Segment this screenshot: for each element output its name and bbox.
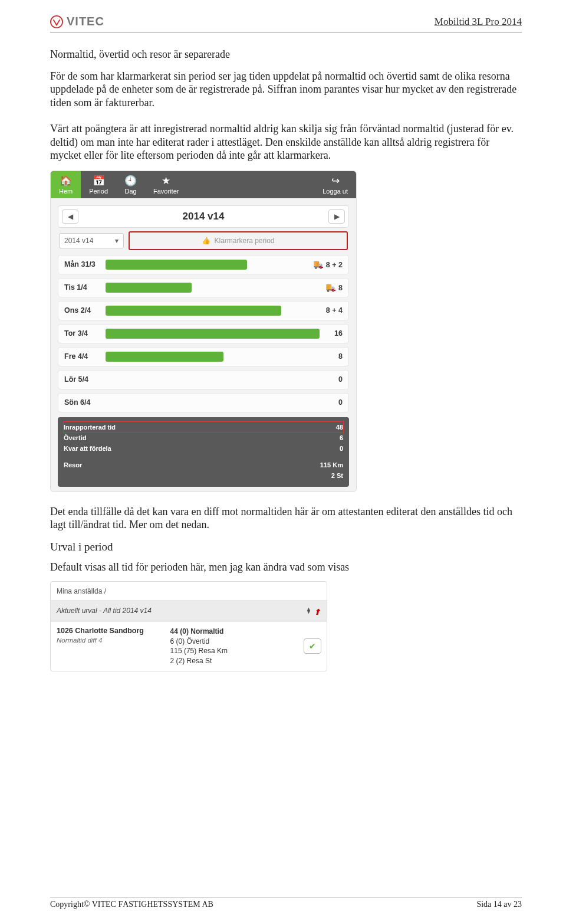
sort-caret-icon: ▲▼ bbox=[306, 608, 311, 614]
employee-stat-3: 115 (75) Resa Km bbox=[170, 646, 295, 656]
summary-resor-st: 2 St bbox=[331, 472, 343, 479]
day-label: Lör 5/4 bbox=[64, 375, 106, 384]
footer-page-number: Sida 14 av 23 bbox=[476, 900, 522, 909]
para-1: För de som har klarmarkerat sin period s… bbox=[50, 70, 522, 110]
star-icon: ★ bbox=[153, 176, 179, 186]
filter-dropdown[interactable]: Aktuellt urval - All tid 2014 v14 ▲▼ ⬆ bbox=[51, 601, 327, 621]
filter-label: Aktuellt urval - All tid 2014 v14 bbox=[57, 607, 152, 615]
day-row[interactable]: Mån 31/3🚚8 + 2 bbox=[58, 255, 349, 274]
summary-overtid-value: 6 bbox=[340, 434, 343, 441]
day-value: 0 bbox=[338, 375, 343, 384]
footer-copyright: Copyright© VITEC FASTIGHETSSYSTEM AB bbox=[50, 900, 213, 909]
page-header: VITEC Mobiltid 3L Pro 2014 bbox=[50, 15, 522, 32]
nav-fav[interactable]: ★ Favoriter bbox=[145, 171, 187, 198]
summary-kvar-value: 0 bbox=[340, 445, 343, 452]
nav-period-label: Period bbox=[89, 188, 108, 195]
brand-text: VITEC bbox=[67, 15, 104, 28]
day-label: Tis 1/4 bbox=[64, 283, 106, 291]
nav-fav-label: Favoriter bbox=[153, 188, 179, 195]
period-app: 🏠 Hem 📅 Period 🕘 Dag ★ Favoriter ↪ Logga… bbox=[50, 171, 357, 492]
summary-kvar-label: Kvar att fördela bbox=[64, 445, 111, 452]
day-label: Mån 31/3 bbox=[64, 260, 106, 268]
para-heading-1: Normaltid, övertid och resor är separera… bbox=[50, 48, 522, 61]
day-value: 16 bbox=[334, 329, 343, 338]
day-label: Tor 3/4 bbox=[64, 329, 106, 338]
thumbs-up-icon: 👍 bbox=[202, 237, 210, 245]
day-label: Sön 6/4 bbox=[64, 398, 106, 407]
nav-home[interactable]: 🏠 Hem bbox=[51, 171, 81, 198]
brand-logo: VITEC bbox=[50, 15, 104, 28]
employee-filter-panel: Mina anställda / Aktuellt urval - All ti… bbox=[50, 581, 327, 671]
day-label: Fre 4/4 bbox=[64, 352, 106, 361]
week-selector: ◀ 2014 v14 ▶ bbox=[58, 205, 349, 228]
employee-stat-1: 44 (0) Normaltid bbox=[170, 627, 224, 635]
week-prev-button[interactable]: ◀ bbox=[62, 209, 78, 224]
summary-inrapp-value: 48 bbox=[336, 424, 343, 431]
approve-button[interactable]: ✔ bbox=[304, 638, 321, 654]
logout-icon: ↪ bbox=[323, 176, 348, 186]
app-navbar: 🏠 Hem 📅 Period 🕘 Dag ★ Favoriter ↪ Logga… bbox=[51, 171, 356, 198]
week-title: 2014 v14 bbox=[183, 211, 225, 222]
truck-icon: 🚚 bbox=[314, 260, 324, 269]
summary-resor-label: Resor bbox=[64, 461, 82, 468]
calendar-icon: 📅 bbox=[89, 176, 108, 186]
period-summary: Inrapporterad tid 48 Övertid 6 Kvar att … bbox=[58, 417, 349, 487]
day-row[interactable]: Ons 2/48 + 4 bbox=[58, 301, 349, 320]
employee-row[interactable]: 1026 Charlotte Sandborg Normaltid diff 4… bbox=[51, 621, 327, 671]
nav-logout-label: Logga ut bbox=[323, 188, 348, 195]
day-row[interactable]: Sön 6/40 bbox=[58, 393, 349, 412]
summary-inrapp-label: Inrapporterad tid bbox=[64, 424, 116, 431]
day-label: Ons 2/4 bbox=[64, 306, 106, 314]
week-dropdown[interactable]: 2014 v14 ▾ bbox=[59, 233, 124, 248]
doc-title: Mobiltid 3L Pro 2014 bbox=[435, 16, 522, 28]
page-footer: Copyright© VITEC FASTIGHETSSYSTEM AB Sid… bbox=[50, 897, 522, 909]
summary-resor-st-row: 2 St bbox=[64, 470, 343, 481]
day-row[interactable]: Lör 5/40 bbox=[58, 370, 349, 389]
urval-para: Default visas all tid för perioden här, … bbox=[50, 561, 522, 574]
summary-resor-row: Resor 115 Km bbox=[64, 460, 343, 470]
nav-home-label: Hem bbox=[59, 188, 73, 195]
summary-inrapp-row: Inrapporterad tid 48 bbox=[64, 422, 343, 432]
summary-overtid-row: Övertid 6 bbox=[64, 432, 343, 443]
employee-stat-4: 2 (2) Resa St bbox=[170, 656, 295, 666]
summary-resor-km: 115 Km bbox=[320, 461, 343, 468]
day-value: 🚚8 bbox=[326, 283, 343, 292]
breadcrumb[interactable]: Mina anställda / bbox=[51, 582, 327, 601]
klarmarkera-button[interactable]: 👍 Klarmarkera period bbox=[129, 231, 348, 250]
employee-name: 1026 Charlotte Sandborg bbox=[57, 627, 161, 635]
week-next-button[interactable]: ▶ bbox=[328, 209, 345, 224]
day-value: 🚚8 + 2 bbox=[314, 260, 343, 269]
summary-kvar-row: Kvar att fördela 0 bbox=[64, 443, 343, 454]
brand-mark-icon bbox=[50, 15, 63, 28]
klarmarkera-label: Klarmarkera period bbox=[214, 237, 274, 245]
urval-heading: Urval i period bbox=[50, 540, 522, 554]
nav-period[interactable]: 📅 Period bbox=[81, 171, 116, 198]
day-row[interactable]: Tis 1/4🚚8 bbox=[58, 278, 349, 297]
clock-icon: 🕘 bbox=[124, 176, 137, 186]
nav-logout[interactable]: ↪ Logga ut bbox=[314, 171, 356, 198]
summary-overtid-label: Övertid bbox=[64, 434, 87, 441]
nav-day-label: Dag bbox=[124, 188, 136, 195]
nav-day[interactable]: 🕘 Dag bbox=[116, 171, 145, 198]
week-dropdown-value: 2014 v14 bbox=[64, 237, 93, 245]
chevron-down-icon: ▾ bbox=[115, 237, 119, 245]
check-icon: ✔ bbox=[309, 641, 316, 651]
day-row[interactable]: Tor 3/416 bbox=[58, 324, 349, 343]
truck-icon: 🚚 bbox=[326, 283, 336, 292]
employee-subtext: Normaltid diff 4 bbox=[57, 637, 161, 644]
highlight-arrow-icon: ⬆ bbox=[314, 607, 321, 617]
employee-stat-2: 6 (0) Övertid bbox=[170, 637, 295, 647]
day-value: 8 + 4 bbox=[326, 306, 343, 314]
home-icon: 🏠 bbox=[59, 176, 73, 186]
day-row[interactable]: Fre 4/48 bbox=[58, 347, 349, 366]
para-2: Värt att poängtera är att inregistrerad … bbox=[50, 122, 522, 162]
day-value: 0 bbox=[338, 398, 343, 407]
day-value: 8 bbox=[338, 352, 343, 361]
para-3: Det enda tillfälle då det kan vara en di… bbox=[50, 505, 522, 532]
